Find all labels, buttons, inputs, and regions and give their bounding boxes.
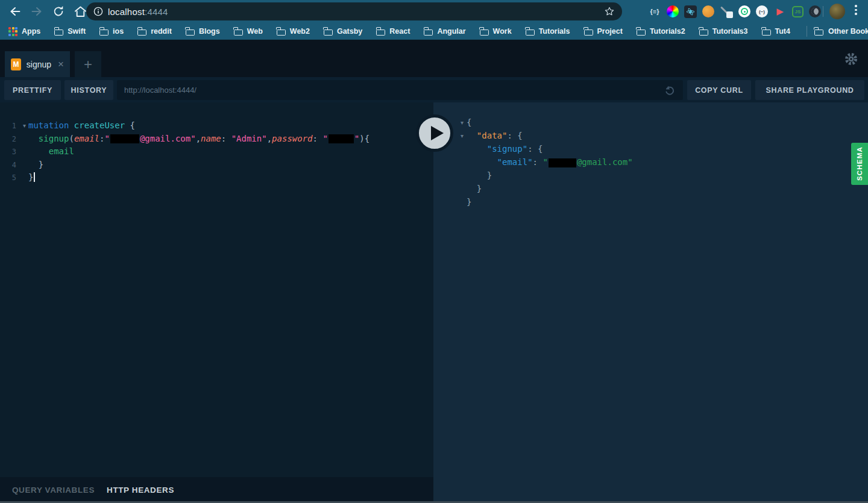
redacted-text [329,134,354,143]
address-bar[interactable]: localhost:4444 [86,2,622,20]
bookmark-item[interactable]: reddit [137,27,172,36]
schema-tab-label: SCHEMA [856,146,863,181]
folder-icon [480,30,489,36]
query-editor[interactable]: 1▾mutation createUser {2 signup(email:"@… [0,102,433,184]
bookmark-label: Tutorials [539,27,570,36]
folder-icon [234,30,243,36]
folder-icon [54,30,63,36]
braces-extension-icon[interactable]: {≡} [648,5,661,18]
endpoint-input[interactable]: http://localhost:4444/ [117,80,683,100]
line-number: 1 [0,120,20,133]
playground-tabstrip: M signup × + [0,40,868,77]
folder-icon [526,30,535,36]
settings-gear-icon[interactable] [844,52,858,69]
color-picker-extension-icon[interactable] [720,5,733,18]
forward-icon[interactable] [28,2,46,20]
bookmark-label: Apps [22,27,40,36]
bookmark-item[interactable]: Tut4 [762,27,790,36]
bookmark-label: Gatsby [337,27,362,36]
bookmark-item[interactable]: Web [234,27,263,36]
bookmark-item[interactable]: Project [584,27,623,36]
code-line: } [433,195,849,208]
query-variables-tab[interactable]: QUERY VARIABLES [12,486,95,495]
bookmark-item[interactable]: Angular [424,27,465,36]
execute-play-button[interactable] [416,114,453,152]
bookmark-apps[interactable]: Apps [8,27,40,36]
bookmark-label: Web [247,27,263,36]
bookmark-item[interactable]: Swift [54,27,86,36]
bookmark-label: reddit [151,27,172,36]
code-line: 1▾mutation createUser { [0,119,433,133]
bookmark-item[interactable]: Tutorials2 [637,27,685,36]
browser-menu-icon[interactable] [851,5,861,15]
line-number: 5 [0,172,20,185]
fold-arrow-icon[interactable]: ▾ [20,119,28,133]
folder-icon [137,30,146,36]
folder-icon [277,30,286,36]
nodejs-extension-icon[interactable]: JS [792,6,804,17]
bookmark-item[interactable]: Blogs [186,27,220,36]
code-line: 5} [0,171,433,184]
mutation-badge: M [11,58,21,70]
tab-signup[interactable]: M signup × [5,51,70,77]
other-bookmarks[interactable]: Other Bookmarks [804,26,868,37]
code-line: } [433,169,849,182]
close-tab-icon[interactable]: × [58,59,64,69]
bookmark-item[interactable]: Work [480,27,512,36]
profile-avatar[interactable] [829,4,845,19]
folder-icon [324,30,333,36]
reload-schema-icon[interactable] [664,84,676,96]
browser-toolbar: localhost:4444 {≡}(−)▶JS [0,0,868,23]
code-line: 2 signup(email:"@gmail.com",name: "Admin… [0,133,433,146]
bookmark-label: Web2 [290,27,310,36]
refresh-icon[interactable] [49,2,68,20]
redacted-text [549,158,576,167]
bookmark-label: Project [597,27,623,36]
line-number: 4 [0,159,20,172]
bookmark-item[interactable]: Gatsby [324,27,362,36]
bookmark-item[interactable]: Tutorials3 [699,27,748,36]
bookmark-label: Tutorials3 [712,27,748,36]
bookmark-item[interactable]: Web2 [277,27,310,36]
bookmark-label: ios [113,27,124,36]
history-button[interactable]: HISTORY [64,80,113,100]
prettify-button[interactable]: PRETTIFY [4,80,61,100]
http-headers-tab[interactable]: HTTP HEADERS [107,486,174,495]
bookmark-label: Work [493,27,512,36]
bookmark-item[interactable]: React [376,27,410,36]
url-text: localhost:4444 [108,7,168,17]
bookmarks-bar: AppsSwiftiosredditBlogsWebWeb2GatsbyReac… [0,23,868,40]
folder-icon [99,30,108,36]
folder-icon [584,30,593,36]
target-extension-icon[interactable] [738,5,750,17]
toolbar-separator [823,6,823,17]
react-devtools-extension-icon[interactable] [684,5,697,18]
copy-curl-button[interactable]: COPY CURL [687,80,751,100]
red-play-extension-icon[interactable]: ▶ [773,5,787,18]
playground-toolbar: PRETTIFY HISTORY http://localhost:4444/ … [0,77,868,102]
fold-arrow-icon[interactable]: ▾ [458,116,467,130]
code-line: "email": "@gmail.com" [433,155,849,169]
folder-icon [762,30,771,36]
cookie-extension-icon[interactable] [702,5,714,17]
bookmark-label: Tutorials2 [650,27,685,36]
bookmark-star-icon[interactable] [604,6,615,17]
site-info-icon[interactable] [93,7,103,16]
back-icon[interactable] [6,2,24,20]
new-tab-button[interactable]: + [75,51,101,77]
fold-arrow-icon[interactable]: ▾ [458,130,467,143]
folder-icon [637,30,646,36]
other-bookmarks-label: Other Bookmarks [828,27,868,36]
folder-icon [376,30,385,36]
circle-minus-extension-icon[interactable]: (−) [756,5,768,17]
redacted-text [110,134,139,143]
code-line: ▾{ [433,116,849,129]
schema-tab[interactable]: SCHEMA [851,143,868,185]
extensions-row: {≡}(−)▶JS [648,0,821,23]
dark-moon-extension-icon[interactable] [809,5,821,17]
bookmark-label: Swift [68,27,86,36]
color-wheel-extension-icon[interactable] [667,5,679,17]
share-playground-button[interactable]: SHARE PLAYGROUND [755,80,864,100]
bookmark-item[interactable]: Tutorials [526,27,570,36]
bookmark-item[interactable]: ios [99,27,124,36]
